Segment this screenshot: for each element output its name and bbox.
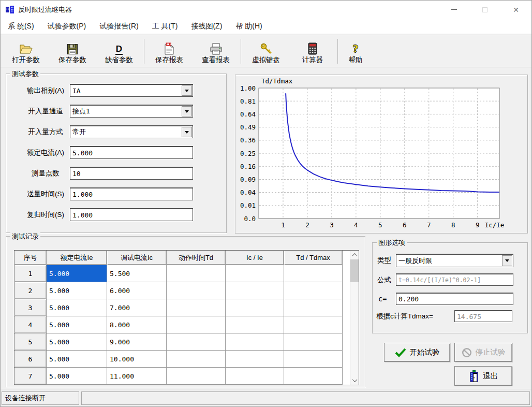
minimize-button[interactable] [438, 1, 469, 19]
field-label: 根据c计算Tdmax= [376, 310, 433, 323]
table-cell[interactable] [226, 368, 284, 385]
formula-field: t=0.14c/[(I/Ie)^0.02-1] [396, 273, 513, 286]
table-cell[interactable] [226, 299, 284, 316]
table-cell[interactable]: 5.500 [107, 265, 167, 282]
column-header[interactable]: 序号 [14, 251, 47, 265]
chevron-down-icon[interactable] [182, 127, 192, 137]
table-cell[interactable]: 8.000 [107, 316, 167, 333]
row-header[interactable]: 7 [14, 368, 47, 385]
table-cell[interactable] [284, 368, 343, 385]
column-header[interactable]: Ic / Ie [226, 251, 284, 265]
toolbar-label: 计算器 [302, 55, 323, 65]
chevron-down-icon[interactable] [182, 106, 192, 117]
field-value: 5.000 [72, 147, 191, 158]
menu-tools[interactable]: 工 具(T) [152, 22, 178, 31]
app-icon [5, 5, 15, 14]
row-header[interactable]: 3 [14, 299, 47, 316]
table-cell[interactable]: 5.000 [47, 282, 107, 299]
exit-button[interactable]: 退出 [454, 366, 512, 386]
row-header[interactable]: 2 [14, 282, 47, 299]
measure-points-field[interactable]: 10 [70, 167, 193, 180]
table-cell[interactable] [284, 265, 343, 282]
virtual-keyboard-button[interactable]: 虚拟键盘 [243, 37, 289, 66]
table-cell[interactable] [284, 299, 343, 316]
field-value: 1.000 [72, 188, 191, 200]
row-header[interactable]: 6 [14, 351, 47, 368]
table-cell[interactable]: 11.000 [107, 368, 167, 385]
inject-time-field[interactable]: 1.000 [70, 187, 193, 200]
menu-test-report[interactable]: 试验报告(R) [99, 22, 138, 31]
table-cell[interactable] [284, 316, 343, 333]
curve-type-combobox[interactable]: 一般反时限 [396, 254, 513, 267]
chevron-down-icon[interactable] [502, 255, 512, 266]
rated-current-field[interactable]: 5.000 [70, 146, 193, 159]
table-cell[interactable] [284, 333, 343, 351]
view-report-button[interactable]: 查看报表 [193, 37, 239, 66]
table-cell[interactable] [167, 351, 226, 368]
field-value: 0.200 [398, 294, 511, 304]
menu-help[interactable]: 帮 助(H) [235, 22, 262, 31]
column-header[interactable]: 调试电流Ic [107, 251, 167, 265]
table-cell[interactable] [167, 282, 226, 299]
menu-wiring-diagram[interactable]: 接线图(Z) [191, 22, 222, 31]
calculator-button[interactable]: 计算器 [289, 37, 336, 66]
close-button[interactable]: ✕ [500, 1, 531, 19]
open-params-button[interactable]: 打开参数 [3, 37, 49, 66]
input-channel-combobox[interactable]: 接点1 [70, 105, 193, 118]
table-cell[interactable] [226, 265, 284, 282]
table-cell[interactable]: 5.000 [47, 316, 107, 333]
table-cell[interactable]: 10.000 [107, 351, 167, 368]
minimize-icon [451, 9, 457, 10]
save-report-button[interactable]: 保存报表 [146, 37, 193, 66]
table-cell[interactable] [167, 316, 226, 333]
y-tick-label: 0.0 [244, 215, 256, 223]
chevron-down-icon[interactable] [182, 85, 192, 96]
column-header[interactable]: 额定电流Ie [47, 251, 107, 265]
table-cell[interactable]: 7.000 [107, 299, 167, 316]
table-cell[interactable]: 9.000 [107, 333, 167, 351]
output-phase-combobox[interactable]: IA [70, 84, 193, 97]
help-button[interactable]: ? 帮助 [339, 37, 372, 66]
menu-system[interactable]: 系 统(S) [8, 22, 34, 31]
column-header[interactable]: Td / Tdmax [284, 251, 343, 265]
scrollbar-thumb[interactable] [350, 259, 359, 282]
table-scrollbar[interactable] [350, 251, 359, 385]
table-cell[interactable] [226, 282, 284, 299]
y-tick-label: 0.09 [240, 176, 256, 183]
table-cell[interactable] [284, 282, 343, 299]
table-cell[interactable]: 5.000 [47, 333, 107, 351]
table-cell[interactable] [167, 333, 226, 351]
c-value-field[interactable]: 0.200 [396, 293, 513, 305]
reset-time-field[interactable]: 1.000 [70, 208, 193, 221]
table-cell[interactable] [226, 316, 284, 333]
scroll-up-button[interactable] [350, 251, 359, 259]
start-test-button[interactable]: 开始试验 [384, 343, 450, 362]
save-params-button[interactable]: 保存参数 [49, 37, 96, 66]
x-tick-label: 5 [378, 221, 382, 229]
table-cell[interactable] [167, 299, 226, 316]
table-cell[interactable]: 5.000 [47, 299, 107, 316]
default-params-button[interactable]: D 缺省参数 [96, 37, 142, 66]
toolbar: 打开参数 保存参数 D 缺省参数 [1, 35, 531, 67]
row-header[interactable]: 5 [14, 333, 47, 351]
table-cell[interactable] [226, 333, 284, 351]
table-cell[interactable] [226, 351, 284, 368]
table-cell[interactable] [284, 351, 343, 368]
row-header[interactable]: 4 [14, 316, 47, 333]
table-cell[interactable]: 6.000 [107, 282, 167, 299]
scroll-down-button[interactable] [350, 376, 359, 385]
table-cell[interactable] [167, 368, 226, 385]
menu-test-params[interactable]: 试验参数(P) [48, 22, 86, 31]
table-cell[interactable]: 5.000 [47, 368, 107, 385]
row-header[interactable]: 1 [14, 265, 47, 282]
y-tick-label: 0.01 [240, 201, 256, 209]
input-mode-combobox[interactable]: 常开 [70, 125, 193, 138]
table-cell[interactable]: 5.000 [47, 351, 107, 368]
table-row: 45.0008.000 [14, 316, 359, 333]
column-header[interactable]: 动作时间Td [167, 251, 226, 265]
table-cell[interactable]: 5.000 [47, 265, 107, 282]
maximize-button[interactable] [469, 1, 500, 19]
table-row: 75.00011.000 [14, 368, 359, 385]
records-table: 序号额定电流Ie调试电流Ic动作时间TdIc / IeTd / Tdmax 15… [14, 250, 359, 385]
table-cell[interactable] [167, 265, 226, 282]
